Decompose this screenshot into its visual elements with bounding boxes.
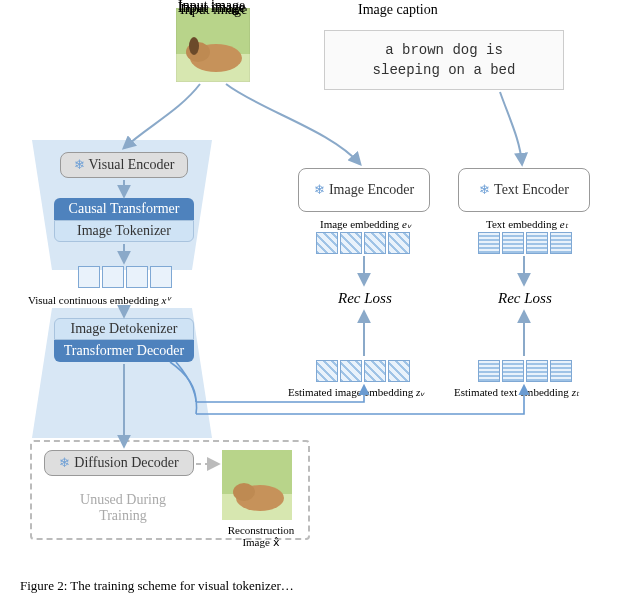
image-caption-header: Image caption <box>358 2 438 18</box>
caption-line2: sleeping on a bed <box>339 61 549 81</box>
text-embed-label: Text embedding eₜ <box>486 218 568 231</box>
text-encoder-label: Text Encoder <box>494 182 569 198</box>
snowflake-icon-2: ❄ <box>59 455 70 471</box>
est-text-tokens <box>478 360 572 382</box>
est-img-tokens <box>316 360 410 382</box>
visual-embed-label: Visual continuous embedding xᵛ <box>28 294 171 307</box>
caption-box: a brown dog is sleeping on a bed <box>324 30 564 90</box>
causal-transformer: Causal Transformer <box>54 198 194 220</box>
snowflake-icon: ❄ <box>74 157 85 173</box>
diffusion-decoder-label: Diffusion Decoder <box>74 455 178 471</box>
caption-line1: a brown dog is <box>339 41 549 61</box>
image-encoder-label: Image Encoder <box>329 182 414 198</box>
reconstruction-thumbnail <box>222 450 292 520</box>
visual-encoder: ❄ Visual Encoder <box>60 152 188 178</box>
rec-loss-mid: Rec Loss <box>338 290 392 307</box>
unused-label: Unused During Training <box>58 492 188 524</box>
image-encoder: ❄ Image Encoder <box>298 168 430 212</box>
diffusion-decoder: ❄ Diffusion Decoder <box>44 450 194 476</box>
snowflake-icon-4: ❄ <box>479 182 490 198</box>
recon-label: Reconstruction Image x̂ <box>216 524 306 549</box>
image-tokenizer: Image Tokenizer <box>54 220 194 242</box>
input-image-header: Input image <box>180 2 247 18</box>
image-detokenizer: Image Detokenizer <box>54 318 194 340</box>
text-embed-tokens <box>478 232 572 254</box>
svg-point-11 <box>233 483 255 501</box>
est-text-label: Estimated text embedding zₜ <box>454 386 579 399</box>
transformer-decoder: Transformer Decoder <box>54 340 194 362</box>
img-embed-tokens <box>316 232 410 254</box>
figure-caption: Figure 2: The training scheme for visual… <box>20 578 620 594</box>
text-encoder: ❄ Text Encoder <box>458 168 590 212</box>
visual-embed-tokens <box>78 266 172 288</box>
left-bg <box>22 140 222 440</box>
rec-loss-right: Rec Loss <box>498 290 552 307</box>
visual-encoder-label: Visual Encoder <box>89 157 175 173</box>
snowflake-icon-3: ❄ <box>314 182 325 198</box>
img-embed-label: Image embedding eᵥ <box>320 218 412 231</box>
est-img-label: Estimated image embedding zᵥ <box>288 386 425 399</box>
